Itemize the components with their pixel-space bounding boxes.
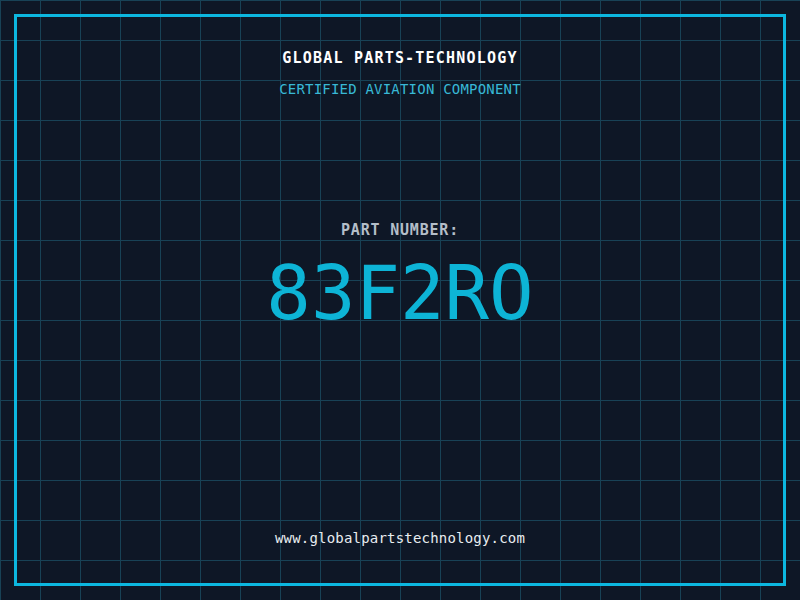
certificate-card: GLOBAL PARTS-TECHNOLOGY CERTIFIED AVIATI… <box>0 0 800 600</box>
company-title: GLOBAL PARTS-TECHNOLOGY <box>0 49 800 67</box>
website-url: www.globalpartstechnology.com <box>0 530 800 546</box>
part-number-value: 83F2RO <box>0 258 800 328</box>
part-number-label: PART NUMBER: <box>0 221 800 239</box>
certification-tagline: CERTIFIED AVIATION COMPONENT <box>0 81 800 97</box>
